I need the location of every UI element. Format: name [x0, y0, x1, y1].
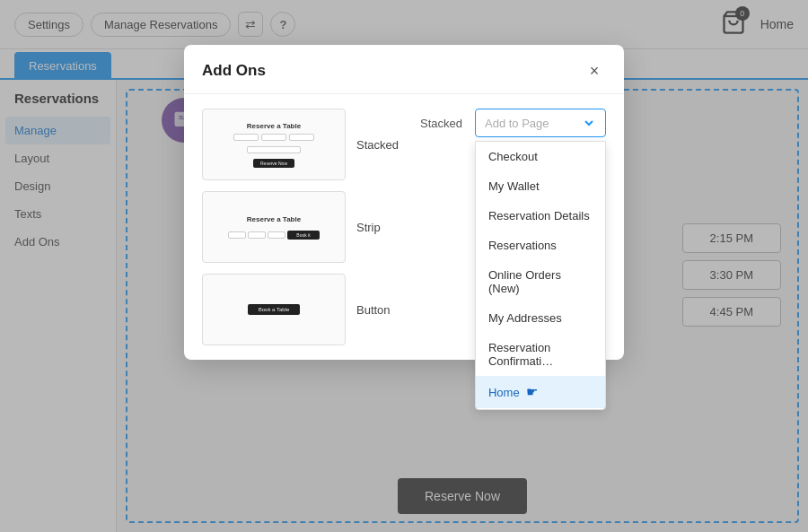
button-thumbnail: Book a Table — [202, 274, 346, 345]
dropdown-item-order-tracking[interactable]: Order Tracking Page — [476, 408, 605, 410]
layout-options: Reserve a Table Reserve Now Stacked — [202, 109, 406, 345]
add-to-page-placeholder: Add to Page — [485, 117, 549, 130]
modal-title: Add Ons — [202, 62, 266, 80]
top-row: Stacked Add to Page Checkout My Wallet R… — [420, 109, 606, 137]
strip-label: Strip — [356, 221, 406, 234]
add-to-page-button[interactable]: Add to Page — [475, 109, 606, 137]
dropdown-item-res-confirm[interactable]: Reservation Confirmati… — [476, 333, 605, 376]
add-to-page-section: Stacked Add to Page Checkout My Wallet R… — [420, 109, 606, 143]
dropdown-item-wallet[interactable]: My Wallet — [476, 171, 605, 201]
dropdown-item-home[interactable]: Home ☛ — [476, 376, 605, 408]
modal-header: Add Ons × — [184, 45, 624, 94]
stacked-label: Stacked — [356, 138, 406, 152]
button-option[interactable]: Book a Table Button — [202, 274, 406, 345]
dropdown-item-addresses[interactable]: My Addresses — [476, 303, 605, 333]
dropdown-item-online-orders[interactable]: Online Orders (New) — [476, 260, 605, 303]
strip-option[interactable]: Reserve a Table Book it Strip — [202, 191, 406, 263]
strip-thumbnail: Reserve a Table Book it — [202, 191, 346, 263]
dropdown-item-res-details[interactable]: Reservation Details — [476, 201, 605, 231]
stacked-option[interactable]: Reserve a Table Reserve Now Stacked — [202, 109, 406, 180]
modal-close-button[interactable]: × — [583, 59, 606, 83]
stacked-active-label: Stacked — [420, 117, 462, 130]
add-to-page-dropdown: Add to Page Checkout My Wallet Reservati… — [475, 109, 606, 137]
dropdown-item-checkout[interactable]: Checkout — [476, 142, 605, 171]
button-label: Button — [356, 303, 406, 317]
add-ons-modal: Add Ons × Reserve a Table — [184, 45, 624, 360]
modal-body: Reserve a Table Reserve Now Stacked — [184, 94, 624, 360]
dropdown-item-reservations[interactable]: Reservations — [476, 231, 605, 260]
cursor-hand-icon: ☛ — [526, 384, 538, 400]
dropdown-list: Checkout My Wallet Reservation Details R… — [475, 141, 606, 410]
stacked-thumbnail: Reserve a Table Reserve Now — [202, 109, 346, 180]
